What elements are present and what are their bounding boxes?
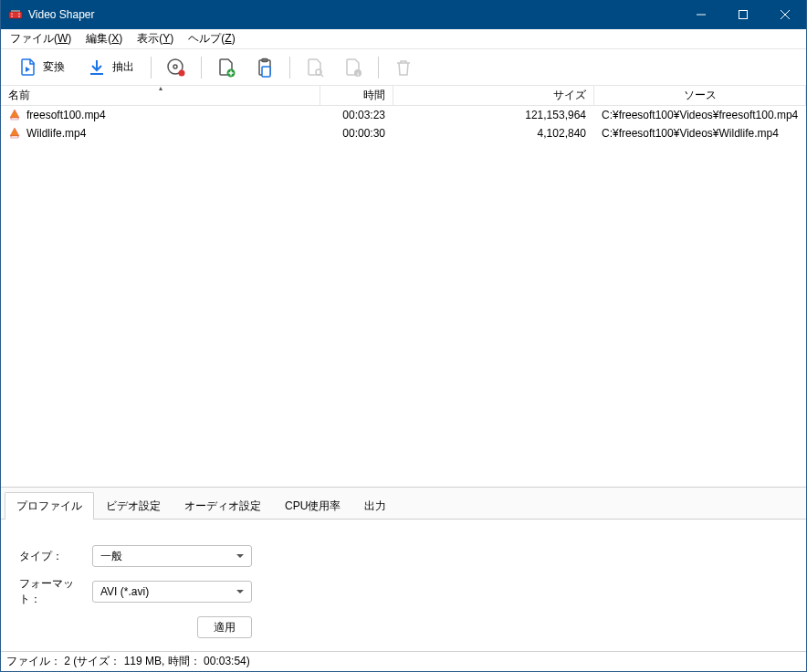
window-controls	[680, 0, 806, 29]
file-size: 4,102,840	[538, 127, 586, 140]
statusbar: ファイル： 2 (サイズ： 119 MB, 時間： 00:03:54)	[1, 651, 806, 671]
svg-point-3	[11, 16, 13, 17]
menubar: ファイル(W) 編集(X) 表示(Y) ヘルプ(Z)	[1, 29, 806, 49]
settings-panel: プロファイル ビデオ設定 オーディオ設定 CPU使用率 出力 タイプ： 一般 フ…	[1, 487, 806, 651]
menu-view[interactable]: 表示(Y)	[130, 29, 181, 48]
file-list: 名前 ▴ 時間 サイズ ソース freesoft100.mp4 00:03:23…	[1, 86, 806, 487]
disc-icon	[166, 58, 186, 78]
file-size: 121,153,964	[525, 109, 586, 121]
tab-cpu-label: CPU使用率	[285, 499, 341, 512]
list-header: 名前 ▴ 時間 サイズ ソース	[1, 86, 806, 106]
tab-output[interactable]: 出力	[352, 492, 398, 520]
svg-rect-20	[262, 67, 270, 77]
svg-marker-27	[10, 128, 19, 136]
app-icon	[8, 7, 23, 22]
menu-help[interactable]: ヘルプ(Z)	[181, 29, 242, 48]
toolbar: 変換 抽出 i	[1, 49, 806, 86]
file-name: freesoft100.mp4	[26, 109, 106, 121]
apply-button[interactable]: 適用	[197, 616, 252, 638]
format-select-value: AVI (*.avi)	[100, 585, 149, 598]
toolbar-separator	[378, 57, 379, 79]
status-text: ファイル： 2 (サイズ： 119 MB, 時間： 00:03:54)	[6, 654, 250, 669]
video-file-icon	[8, 127, 21, 140]
paste-button[interactable]	[247, 53, 282, 82]
type-label: タイプ：	[19, 549, 92, 564]
svg-point-14	[179, 69, 185, 76]
tab-audio[interactable]: オーディオ設定	[173, 492, 273, 520]
menu-file[interactable]: ファイル(W)	[3, 29, 79, 48]
file-info-button[interactable]: i	[336, 53, 371, 82]
extract-button[interactable]: 抽出	[78, 53, 143, 82]
toolbar-separator	[201, 57, 202, 79]
svg-point-4	[18, 13, 20, 15]
clipboard-icon	[255, 58, 275, 78]
column-header-size[interactable]: サイズ	[393, 86, 594, 105]
column-header-size-label: サイズ	[553, 88, 586, 103]
apply-button-label: 適用	[214, 620, 236, 635]
svg-rect-1	[11, 10, 20, 12]
search-file-button[interactable]	[298, 53, 332, 82]
svg-rect-0	[9, 12, 22, 18]
window-title: Video Shaper	[28, 8, 680, 21]
svg-rect-7	[739, 11, 748, 19]
toolbar-separator	[151, 57, 152, 79]
svg-rect-26	[11, 118, 18, 120]
svg-marker-10	[26, 67, 30, 72]
table-row[interactable]: Wildlife.mp4 00:00:30 4,102,840 C:¥frees…	[1, 124, 806, 142]
table-row[interactable]: freesoft100.mp4 00:03:23 121,153,964 C:¥…	[1, 106, 806, 124]
maximize-button[interactable]	[722, 0, 764, 29]
type-select-value: 一般	[100, 549, 122, 564]
tab-audio-label: オーディオ設定	[184, 499, 261, 512]
delete-button[interactable]	[386, 53, 421, 82]
column-header-time-label: 時間	[363, 88, 385, 103]
column-header-time[interactable]: 時間	[320, 86, 393, 105]
convert-icon	[17, 58, 37, 78]
tab-video[interactable]: ビデオ設定	[94, 492, 173, 520]
toolbar-separator	[289, 57, 290, 79]
burn-disc-button[interactable]	[159, 53, 194, 82]
svg-line-22	[321, 74, 324, 77]
svg-point-13	[173, 65, 177, 68]
add-file-icon	[216, 58, 236, 78]
titlebar: Video Shaper	[1, 0, 806, 29]
format-select[interactable]: AVI (*.avi)	[92, 581, 252, 603]
video-file-icon	[8, 109, 21, 121]
column-header-name-label: 名前	[8, 88, 30, 103]
tab-output-label: 出力	[364, 499, 386, 512]
file-time: 00:03:23	[342, 109, 385, 121]
type-select[interactable]: 一般	[92, 545, 252, 567]
extract-label: 抽出	[112, 59, 134, 75]
convert-label: 変換	[43, 59, 65, 75]
sort-arrow-icon: ▴	[159, 86, 162, 92]
svg-point-2	[11, 13, 13, 15]
tab-profile[interactable]: プロファイル	[5, 492, 94, 520]
tab-content-profile: タイプ： 一般 フォーマット： AVI (*.avi) 適用	[1, 520, 806, 651]
list-body[interactable]: freesoft100.mp4 00:03:23 121,153,964 C:¥…	[1, 106, 806, 487]
extract-icon	[87, 58, 107, 78]
svg-marker-25	[10, 110, 19, 118]
tab-video-label: ビデオ設定	[106, 499, 161, 512]
format-label: フォーマット：	[19, 576, 92, 607]
file-source: C:¥freesoft100¥Videos¥freesoft100.mp4	[602, 109, 798, 121]
menu-edit[interactable]: 編集(X)	[79, 29, 130, 48]
file-source: C:¥freesoft100¥Videos¥Wildlife.mp4	[602, 127, 779, 140]
settings-tabs: プロファイル ビデオ設定 オーディオ設定 CPU使用率 出力	[1, 488, 806, 520]
file-info-icon: i	[343, 58, 363, 78]
tab-profile-label: プロファイル	[16, 499, 82, 512]
search-file-icon	[305, 58, 325, 78]
svg-point-5	[18, 16, 20, 17]
column-header-source[interactable]: ソース	[594, 86, 806, 105]
tab-cpu[interactable]: CPU使用率	[273, 492, 352, 520]
trash-icon	[393, 58, 414, 78]
convert-button[interactable]: 変換	[8, 53, 74, 82]
column-header-source-label: ソース	[684, 88, 717, 103]
close-button[interactable]	[764, 0, 806, 29]
file-time: 00:00:30	[342, 127, 385, 140]
file-name: Wildlife.mp4	[26, 127, 86, 140]
svg-rect-28	[11, 136, 18, 138]
add-file-button[interactable]	[209, 53, 244, 82]
minimize-button[interactable]	[680, 0, 722, 29]
column-header-name[interactable]: 名前 ▴	[1, 86, 320, 105]
